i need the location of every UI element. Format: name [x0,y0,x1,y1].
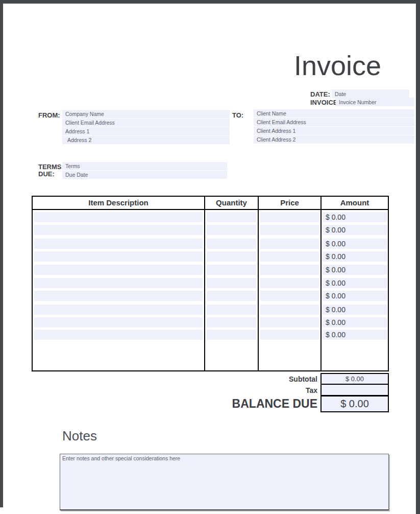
item-description-field[interactable] [34,265,203,275]
subtotal-value: $ 0.00 [320,373,389,385]
price-field[interactable] [260,265,319,275]
table-row: $ 0.00 [33,317,388,328]
item-description-field[interactable] [34,291,203,301]
to-email-input[interactable] [254,118,414,126]
quantity-field[interactable] [207,251,256,262]
terms-input[interactable] [62,162,227,170]
price-field[interactable] [260,317,319,328]
viewer-frame-top [0,0,420,4]
from-label: FROM: [38,111,60,119]
invoice-number-input[interactable] [336,98,414,106]
quantity-field[interactable] [207,212,256,222]
amount-field[interactable]: $ 0.00 [322,317,387,328]
amount-field[interactable]: $ 0.00 [322,212,387,222]
notes-textarea[interactable] [60,454,389,510]
item-description-field[interactable] [34,225,203,235]
price-field[interactable] [260,291,319,301]
quantity-field[interactable] [207,278,256,288]
to-address2-input[interactable] [254,135,414,144]
price-field[interactable] [260,278,319,288]
quantity-field[interactable] [207,239,256,249]
to-address1-input[interactable] [254,127,414,135]
price-field[interactable] [260,239,319,249]
item-description-field[interactable] [34,239,203,249]
due-date-input[interactable] [62,171,227,179]
from-address2-input[interactable] [62,136,230,144]
items-table-header: Item Description Quantity Price Amount [33,197,388,210]
from-address1-input[interactable] [62,127,230,135]
header-quantity: Quantity [205,197,259,209]
table-row: $ 0.00 [33,278,388,288]
amount-field[interactable]: $ 0.00 [322,265,387,275]
invoice-number-label: INVOICE [310,99,337,106]
quantity-field[interactable] [207,265,256,275]
item-description-field[interactable] [34,305,203,315]
tax-label: Tax [194,385,317,396]
table-row: $ 0.00 [33,305,388,315]
item-description-field[interactable] [34,317,203,328]
amount-field[interactable]: $ 0.00 [322,305,387,315]
amount-field[interactable]: $ 0.00 [322,278,387,288]
header-amount: Amount [322,197,388,209]
balance-due-label: BALANCE DUE [168,396,317,412]
quantity-field[interactable] [207,225,256,235]
header-item-description: Item Description [33,197,205,209]
amount-field[interactable]: $ 0.00 [322,330,387,340]
table-row: $ 0.00 [33,265,388,275]
items-table: Item Description Quantity Price Amount $… [32,196,389,371]
table-row: $ 0.00 [33,212,388,222]
item-description-field[interactable] [34,330,203,340]
amount-field[interactable]: $ 0.00 [322,291,387,301]
table-row: $ 0.00 [33,239,388,249]
viewer-frame-left [0,4,3,507]
from-company-name-input[interactable] [62,110,230,118]
item-description-field[interactable] [34,278,203,288]
quantity-field[interactable] [207,291,256,301]
tax-field[interactable] [320,384,389,396]
table-row: $ 0.00 [33,225,388,235]
from-email-input[interactable] [62,119,230,127]
table-row: $ 0.00 [33,330,388,340]
date-input[interactable] [332,89,409,98]
amount-field[interactable]: $ 0.00 [322,251,387,262]
price-field[interactable] [260,225,319,235]
items-table-body: $ 0.00 $ 0.00 $ 0.00 $ 0.00 [33,210,388,370]
due-label: DUE: [38,170,55,178]
table-row: $ 0.00 [33,251,388,262]
price-field[interactable] [260,305,319,315]
notes-heading: Notes [62,428,97,444]
terms-label: TERMS: [38,163,64,171]
item-description-field[interactable] [34,251,203,262]
quantity-field[interactable] [207,330,256,340]
header-price: Price [259,197,322,209]
price-field[interactable] [260,212,319,222]
table-row: $ 0.00 [33,291,388,301]
balance-due-value: $ 0.00 [320,395,389,412]
to-client-name-input[interactable] [254,109,414,118]
quantity-field[interactable] [207,305,256,315]
viewer-frame-right [416,0,420,514]
page-title: Invoice [294,50,381,81]
date-label: DATE: [310,90,330,98]
price-field[interactable] [260,330,319,340]
price-field[interactable] [260,251,319,262]
subtotal-label: Subtotal [194,373,317,385]
amount-field[interactable]: $ 0.00 [322,239,387,249]
to-label: TO: [232,111,243,119]
amount-field[interactable]: $ 0.00 [322,225,387,235]
quantity-field[interactable] [207,317,256,328]
item-description-field[interactable] [34,212,203,222]
